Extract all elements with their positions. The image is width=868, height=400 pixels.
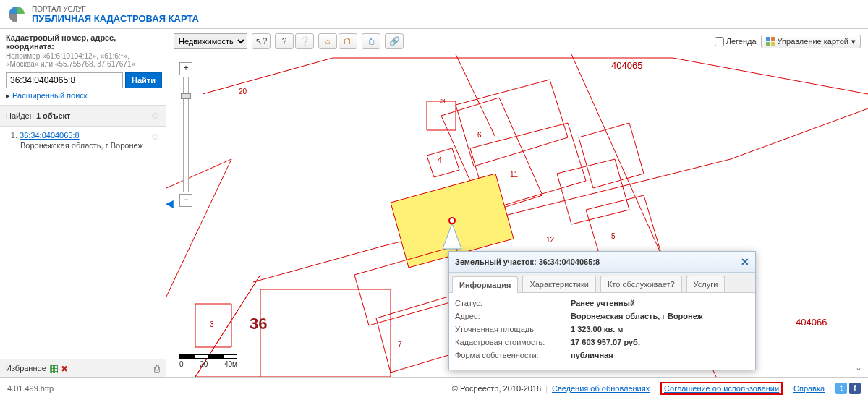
layer-select[interactable]: Недвижимость — [174, 33, 247, 49]
svg-marker-11 — [456, 80, 568, 166]
tab-services[interactable]: Услуги — [686, 276, 726, 292]
svg-text:36: 36 — [250, 315, 267, 333]
svg-text:12: 12 — [546, 236, 555, 244]
svg-line-3 — [166, 159, 231, 188]
updates-link[interactable]: Сведения об обновлениях — [552, 384, 650, 393]
collapse-sidebar-handle[interactable]: ◀ — [166, 190, 173, 216]
svg-line-2 — [673, 58, 868, 94]
tab-who-serves[interactable]: Кто обслуживает? — [600, 276, 682, 292]
map-control-button[interactable]: Управление картой ▾ — [761, 35, 861, 48]
help-link[interactable]: Справка — [793, 384, 825, 393]
results-header: Найден 1 объект ☆ — [0, 106, 166, 127]
search-hint: Например «61:6:10104:12», «61:6:*», «Мос… — [6, 52, 160, 68]
twitter-icon[interactable]: t — [835, 383, 847, 394]
facebook-icon[interactable]: f — [849, 383, 861, 394]
svg-text:6: 6 — [477, 131, 482, 139]
sidebar: Кадастровый номер, адрес, координата: На… — [0, 29, 166, 377]
svg-marker-18 — [579, 123, 644, 188]
layers-icon — [766, 37, 775, 46]
tab-info[interactable]: Информация — [452, 276, 518, 293]
app-header: ПОРТАЛ УСЛУГ ПУБЛИЧНАЯ КАДАСТРОВАЯ КАРТА — [0, 0, 868, 29]
parcel-info-popup: Земельный участок: 36:34:0404065:8 ✕ Инф… — [448, 251, 756, 370]
star-icon[interactable]: ☆ — [150, 131, 160, 142]
header-title: ПУБЛИЧНАЯ КАДАСТРОВАЯ КАРТА — [32, 13, 199, 24]
delete-icon[interactable]: ✖ — [61, 364, 68, 374]
svg-line-4 — [166, 159, 231, 297]
svg-text:20: 20 — [239, 88, 247, 95]
svg-text:404065: 404065 — [611, 60, 642, 71]
copyright: © Росреестр, 2010-2016 — [452, 384, 541, 393]
search-input[interactable] — [6, 72, 123, 88]
svg-text:7: 7 — [398, 341, 402, 349]
results-list: 1. 36:34:0404065:8 ☆ Воронежская область… — [0, 127, 166, 359]
zoom-handle[interactable] — [181, 93, 191, 99]
pointer-tool-icon[interactable]: ↖? — [252, 33, 271, 49]
popup-title: Земельный участок: 36:34:0404065:8 — [455, 258, 600, 266]
result-link[interactable]: 36:34:0404065:8 — [20, 131, 80, 140]
svg-marker-16 — [557, 159, 629, 224]
search-label: Кадастровый номер, адрес, координата: — [6, 33, 160, 51]
map-area[interactable]: ◀ Недвижимость ↖? ? ❔ ⌂ ⛫ ⎙ 🔗 Легенда — [166, 29, 868, 377]
tab-characteristics[interactable]: Характеристики — [522, 276, 596, 292]
svg-text:5: 5 — [611, 232, 616, 240]
excel-icon[interactable]: ▦ — [49, 362, 59, 374]
svg-text:3: 3 — [210, 320, 214, 328]
help-icon[interactable]: ? — [275, 33, 294, 49]
star-icon[interactable]: ☆ — [150, 110, 160, 122]
map-toolbar: Недвижимость ↖? ? ❔ ⌂ ⛫ ⎙ 🔗 Легенда — [174, 33, 861, 49]
popup-body[interactable]: Статус:Ранее учтенный Адрес:Воронежская … — [449, 293, 755, 370]
svg-line-0 — [203, 58, 333, 94]
logo-icon — [7, 5, 26, 24]
scale-bar: 02040м — [179, 354, 237, 368]
header-subtitle: ПОРТАЛ УСЛУГ — [32, 5, 199, 13]
svg-text:11: 11 — [510, 171, 519, 179]
favorites-bar: Избранное ▦ ✖ ⎙ — [0, 359, 166, 377]
print-icon[interactable]: ⎙ — [154, 363, 160, 374]
footer: 4.01.499.http © Росреестр, 2010-2016 | С… — [0, 377, 868, 399]
terms-link[interactable]: Соглашение об использовании — [664, 384, 779, 393]
print-icon[interactable]: ⎙ — [362, 33, 380, 49]
advanced-search-link[interactable]: ▸ Расширенный поиск — [6, 91, 160, 101]
svg-text:24: 24 — [440, 98, 446, 103]
result-item: 1. 36:34:0404065:8 ☆ Воронежская область… — [6, 131, 160, 150]
buildings-icon[interactable]: ⌂ — [318, 33, 337, 49]
svg-text:4: 4 — [438, 156, 442, 164]
favorites-label: Избранное — [6, 364, 46, 373]
chevron-down-icon: ▾ — [851, 37, 856, 46]
version-label: 4.01.499.http — [7, 384, 54, 393]
result-address: Воронежская область, г Воронеж — [20, 141, 160, 150]
svg-text:404066: 404066 — [796, 317, 827, 328]
link-icon[interactable]: 🔗 — [385, 33, 404, 49]
structures-icon[interactable]: ⛫ — [339, 33, 357, 49]
legend-checkbox[interactable]: Легенда — [715, 37, 757, 46]
zoom-in-button[interactable]: + — [179, 62, 192, 75]
zoom-slider[interactable]: + − — [179, 62, 192, 207]
chevron-down-icon[interactable]: ⌄ — [855, 362, 862, 373]
info-icon[interactable]: ❔ — [295, 33, 314, 49]
close-icon[interactable]: ✕ — [741, 256, 749, 268]
search-button[interactable]: Найти — [125, 72, 162, 88]
zoom-out-button[interactable]: − — [179, 194, 192, 207]
zoom-track[interactable] — [183, 77, 189, 192]
svg-marker-10 — [427, 148, 459, 177]
popup-tabs: Информация Характеристики Кто обслуживае… — [449, 273, 755, 293]
